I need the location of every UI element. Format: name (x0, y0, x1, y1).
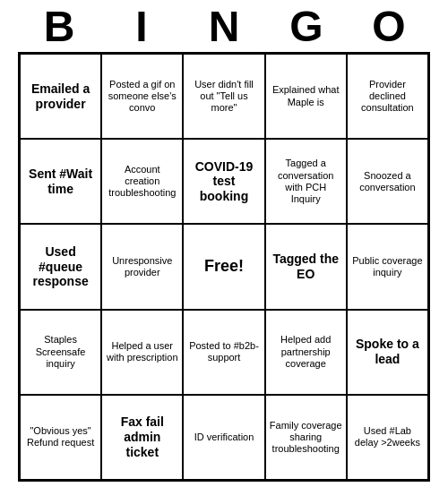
bingo-cell-18[interactable]: Helped add partnership coverage (265, 310, 347, 395)
bingo-cell-0[interactable]: Emailed a provider (20, 54, 101, 139)
bingo-cell-24[interactable]: Used #Lab delay >2weeks (347, 395, 428, 480)
bingo-cell-8[interactable]: Tagged a conversation with PCH Inquiry (265, 139, 347, 224)
bingo-cell-1[interactable]: Posted a gif on someone else's convo (101, 54, 183, 139)
bingo-cell-17[interactable]: Posted to #b2b-support (183, 310, 264, 395)
bingo-cell-16[interactable]: Helped a user with prescription (101, 310, 183, 395)
bingo-cell-2[interactable]: User didn't fill out "Tell us more" (183, 54, 264, 139)
title-o: O (353, 5, 425, 48)
bingo-cell-3[interactable]: Explained what Maple is (265, 54, 347, 139)
bingo-cell-4[interactable]: Provider declined consultation (347, 54, 428, 139)
title-g: G (271, 5, 342, 48)
bingo-cell-20[interactable]: "Obvious yes" Refund request (20, 395, 101, 480)
bingo-cell-21[interactable]: Fax fail admin ticket (101, 395, 183, 480)
bingo-cell-7[interactable]: COVID-19 test booking (183, 139, 264, 224)
bingo-cell-11[interactable]: Unresponsive provider (101, 224, 183, 309)
bingo-cell-12[interactable]: Free! (183, 224, 264, 309)
bingo-cell-6[interactable]: Account creation troubleshooting (101, 139, 183, 224)
bingo-cell-19[interactable]: Spoke to a lead (347, 310, 428, 395)
bingo-cell-13[interactable]: Tagged the EO (265, 224, 347, 309)
bingo-grid: Emailed a providerPosted a gif on someon… (18, 52, 430, 482)
bingo-cell-22[interactable]: ID verification (183, 395, 264, 480)
bingo-cell-5[interactable]: Sent #Wait time (20, 139, 101, 224)
title-b: B (23, 5, 95, 48)
title-n: N (188, 5, 260, 48)
bingo-cell-14[interactable]: Public coverage inquiry (347, 224, 428, 309)
bingo-cell-15[interactable]: Staples Screensafe inquiry (20, 310, 101, 395)
bingo-cell-23[interactable]: Family coverage sharing troubleshooting (265, 395, 347, 480)
bingo-cell-10[interactable]: Used #queue response (20, 224, 101, 309)
bingo-cell-9[interactable]: Snoozed a conversation (347, 139, 428, 224)
title-i: I (106, 5, 177, 48)
bingo-title: B I N G O (18, 5, 430, 48)
